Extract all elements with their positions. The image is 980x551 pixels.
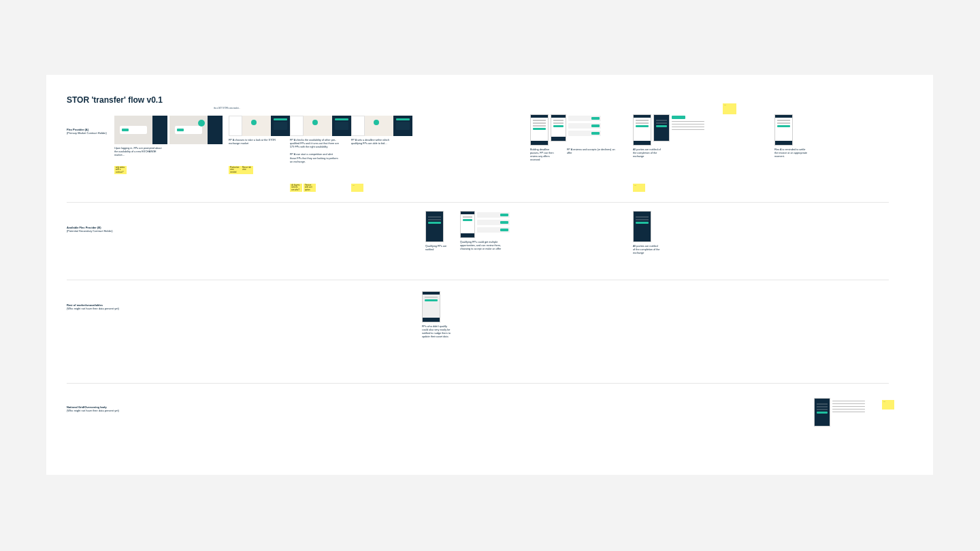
lane-label-fpb: Available Flex Provider (B) (Potential S…: [67, 226, 121, 233]
sticky-note: …: [633, 184, 645, 192]
mock-phone: [774, 114, 793, 146]
mock-phone-dark: [814, 398, 830, 427]
page-title: STOR 'transfer' flow v0.1: [67, 95, 163, 105]
step-caption: Qualifying FPs are notified: [425, 245, 453, 252]
lane-divider: [67, 280, 889, 280]
step-caption: FPs who didn't qualify could also very e…: [422, 325, 452, 339]
mock-availability-view: [290, 116, 351, 136]
sticky-note: do buyers need to see who?: [290, 184, 302, 192]
mock-offer-list: [477, 212, 510, 238]
sticky-note: Production view needed: [229, 166, 241, 174]
mock-dashboard: [114, 116, 167, 144]
step-caption: FP A can start a competition and alert t…: [290, 153, 339, 163]
mock-phone-dark: [633, 211, 651, 242]
mock-offer-list: [568, 116, 601, 141]
step-c6: FPs who didn't qualify could also very e…: [422, 291, 463, 339]
step-b7: Qualifying FPs could get multiple opport…: [460, 211, 528, 251]
mock-phone: [551, 114, 566, 141]
step-caption: All parties are notified of the completi…: [633, 245, 660, 255]
lane-divider: [67, 202, 889, 203]
step-ng: [814, 398, 882, 427]
lane-label-sub: (Potential Secondary Contract Holder): [67, 229, 121, 233]
sticky-note: Version with sort option: [304, 184, 316, 192]
lane-label-fpa: Flex Provider (A) (Primary Market Contra…: [67, 128, 121, 135]
step-a5: FP A sets a deadline within which qualif…: [351, 116, 412, 146]
mock-phone-dark: [425, 211, 444, 242]
step-caption: Bidding deadline passes, FP can then rev…: [530, 148, 557, 163]
lane-label-ng: National Grid/Overseeing body (Who might…: [67, 405, 121, 412]
mock-phone-dark: [653, 114, 670, 141]
step-caption: Upon logging in, FPs are prompted about …: [114, 147, 162, 157]
sticky-note: …: [723, 103, 736, 114]
mock-phone: [422, 291, 440, 322]
step-caption: FP A chooses to take a look at the STOR …: [229, 139, 282, 146]
step-caption: FP A checks the availability of other pr…: [290, 139, 339, 149]
step-caption: FP A reviews and accepts (or declines) a…: [567, 148, 616, 163]
lane-label-sub: (Who might not have their data present y…: [67, 307, 121, 310]
step-a1: Upon logging in, FPs are prompted about …: [114, 116, 223, 157]
step-a3: FP A chooses to take a look at the STOR …: [229, 116, 290, 146]
mock-phone: [633, 114, 651, 146]
mock-summary-lines: [832, 401, 865, 427]
step-a8: All parties are notified of the completi…: [633, 114, 728, 158]
sticky-note: only writes with a contract?: [114, 166, 127, 174]
step-b8: All parties are notified of the completi…: [633, 211, 674, 255]
mock-deadline-view: [351, 116, 412, 136]
step-a7: Bidding deadline passes, FP can then rev…: [530, 114, 619, 163]
sticky-note: …: [351, 184, 363, 192]
sticky-note: …: [882, 400, 894, 410]
lane-label-rest: Rest of market/unavailables (Who might n…: [67, 303, 121, 310]
lane-label-sub: (Who might not have their data present y…: [67, 409, 121, 412]
step-caption: Flex A is reminded to settle the invoice…: [774, 148, 807, 158]
step-caption: Qualifying FPs could get multiple opport…: [460, 241, 508, 251]
step-caption: All parties are notified of the completi…: [633, 148, 663, 158]
mock-dashboard: [169, 116, 223, 144]
mock-summary-lines: [672, 116, 704, 146]
step-a9: Flex A is reminded to settle the invoice…: [774, 114, 815, 158]
lane-divider: [67, 383, 889, 384]
sticky-note: Reuse tab view: [241, 166, 253, 174]
mock-market-view: [229, 116, 290, 136]
lane-label-sub: (Primary Market Contract Holder): [67, 131, 121, 135]
step-caption: FP A sets a deadline within which qualif…: [351, 139, 399, 146]
mock-phone: [530, 114, 549, 146]
step-a4: FP A checks the availability of other pr…: [290, 116, 351, 164]
mock-phone: [460, 211, 475, 238]
top-minor-label: this is NOT STOR's new market...: [214, 107, 240, 110]
